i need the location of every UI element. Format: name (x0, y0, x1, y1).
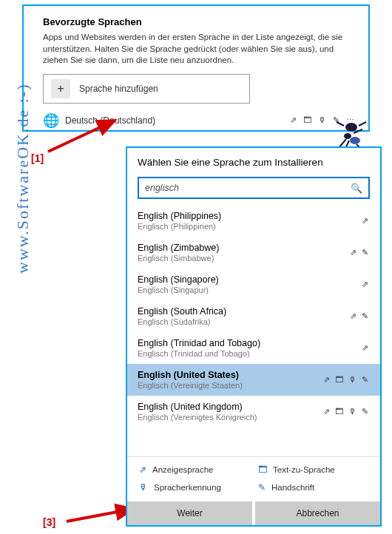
language-name: English (South Africa) (138, 306, 226, 317)
language-native: Englisch (Philippinen) (138, 222, 221, 231)
language-native: Englisch (Vereinigte Staaten) (138, 381, 243, 390)
plus-icon: + (51, 79, 70, 98)
language-name: English (Philippines) (138, 211, 221, 221)
cancel-button[interactable]: Abbrechen (255, 501, 380, 525)
list-item[interactable]: English (Zimbabwe) Englisch (Simbabwe) ⇗… (127, 237, 380, 268)
capability-icons: ⇗ 🗔 🎙 ✎ (323, 407, 370, 416)
svg-point-1 (344, 133, 351, 139)
panel-description: Apps und Websites werden in der ersten S… (43, 32, 356, 67)
svg-point-2 (350, 137, 360, 144)
search-icon: 🔍 (351, 183, 362, 194)
legend-hand: ✎Handschrift (258, 482, 368, 493)
capability-icons: ⇗ ✎ (350, 248, 370, 257)
list-item[interactable]: English (South Africa) Englisch (Südafri… (127, 300, 380, 332)
pen-icon: ✎ (258, 482, 266, 493)
add-language-label: Sprache hinzufügen (79, 84, 158, 94)
list-item[interactable]: English (Trinidad and Tobago) Englisch (… (127, 332, 380, 364)
globe-icon: 🌐 (43, 112, 59, 129)
language-native: Englisch (Trinidad und Tobago) (138, 349, 260, 358)
legend-display: ⇗Anzeigesprache (139, 464, 249, 475)
language-list: English (Philippines) Englisch (Philippi… (127, 205, 380, 456)
language-native: Englisch (Singapur) (138, 285, 219, 294)
language-name: English (Singapore) (138, 274, 219, 285)
callout-3: [3] (43, 516, 55, 528)
display-icon: ⇗ (139, 464, 146, 475)
search-box[interactable]: 🔍 (138, 177, 370, 199)
list-item[interactable]: English (Singapore) Englisch (Singapur) … (127, 268, 380, 300)
language-native: Englisch (Simbabwe) (138, 254, 219, 263)
watermark-text: www.SoftwareOK.de :-) (13, 84, 33, 274)
language-native: Englisch (Vereinigtes Königreich) (138, 413, 257, 422)
capability-icons: ⇗ ✎ (350, 311, 370, 321)
installed-language-item[interactable]: 🌐 Deutsch (Deutschland) ⇗ 🗔 🎙 ✎ ⋯ (43, 112, 356, 129)
mic-icon: 🎙 (139, 482, 148, 493)
callout-1: [1] (31, 152, 44, 164)
panel-heading: Bevorzugte Sprachen (43, 16, 356, 27)
language-name: English (United States) (138, 370, 243, 380)
capability-icons: ⇗ (362, 280, 370, 289)
svg-point-0 (345, 123, 357, 132)
legend-speech: 🎙Spracherkennung (139, 482, 249, 493)
language-name: English (United Kingdom) (138, 402, 257, 412)
language-name: English (Zimbabwe) (138, 243, 219, 253)
next-button[interactable]: Weiter (127, 501, 252, 525)
language-name: English (Trinidad and Tobago) (138, 338, 260, 348)
search-input[interactable] (145, 183, 351, 193)
preferred-languages-panel: Bevorzugte Sprachen Apps und Websites we… (22, 4, 370, 132)
installed-language-name: Deutsch (Deutschland) (65, 115, 155, 126)
dialog-button-row: Weiter Abbrechen (127, 501, 380, 525)
list-item[interactable]: English (United Kingdom) Englisch (Verei… (127, 396, 380, 427)
tts-icon: 🗔 (258, 464, 267, 475)
capability-icons: ⇗ 🗔 🎙 ✎ (323, 375, 370, 385)
install-language-dialog: Wählen Sie eine Sprache zum Installieren… (126, 146, 382, 527)
list-item[interactable]: English (Philippines) Englisch (Philippi… (127, 205, 380, 237)
list-item-selected[interactable]: English (United States) Englisch (Verein… (127, 364, 380, 396)
capability-legend: ⇗Anzeigesprache 🗔Text-zu-Sprache 🎙Sprach… (127, 456, 380, 501)
add-language-button[interactable]: + Sprache hinzufügen (43, 74, 250, 104)
language-native: Englisch (Südafrika) (138, 317, 226, 326)
dialog-title: Wählen Sie eine Sprache zum Installieren (138, 157, 370, 168)
capability-icons: ⇗ (362, 216, 370, 226)
capability-icons: ⇗ (362, 343, 370, 353)
legend-tts: 🗔Text-zu-Sprache (258, 464, 368, 475)
